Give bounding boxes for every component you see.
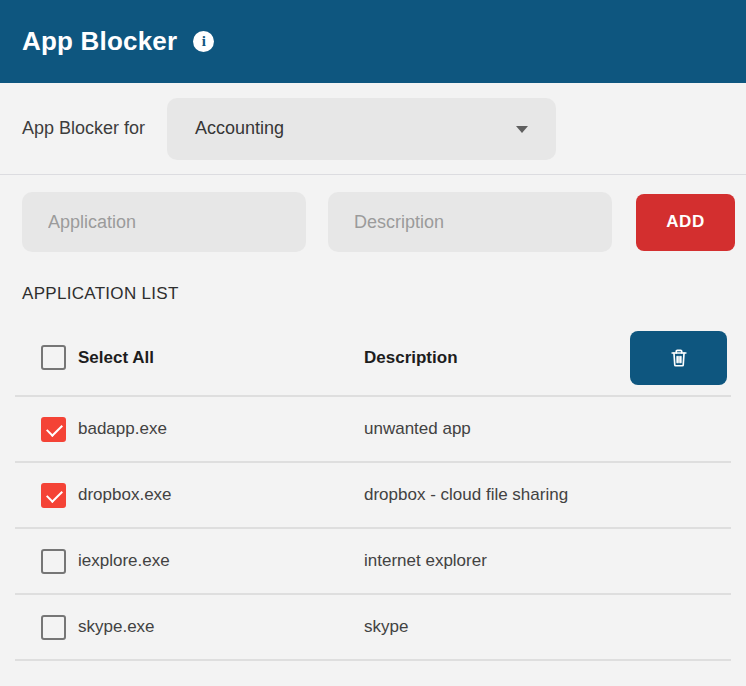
app-description: internet explorer [364, 551, 727, 571]
table-row: skype.exe skype [0, 595, 746, 659]
app-cell: iexplore.exe [41, 549, 364, 574]
group-select-value: Accounting [195, 118, 284, 139]
chevron-down-icon [516, 126, 528, 133]
table-header-row: Select All Description [0, 320, 746, 395]
select-all-checkbox[interactable] [41, 345, 66, 370]
application-list-heading: APPLICATION LIST [22, 284, 724, 320]
app-cell: badapp.exe [41, 417, 364, 442]
app-name: iexplore.exe [78, 551, 170, 571]
app-header: App Blocker i [0, 0, 746, 83]
row-checkbox[interactable] [41, 549, 66, 574]
app-description: unwanted app [364, 419, 727, 439]
row-divider [15, 659, 731, 661]
app-cell: skype.exe [41, 615, 364, 640]
trash-icon [668, 346, 690, 370]
app-cell: dropbox.exe [41, 483, 364, 508]
row-checkbox[interactable] [41, 417, 66, 442]
app-name: skype.exe [78, 617, 155, 637]
description-input[interactable] [328, 192, 612, 252]
table-row: badapp.exe unwanted app [0, 397, 746, 461]
select-all-cell: Select All [41, 345, 364, 370]
filter-label: App Blocker for [22, 118, 145, 139]
table-row: dropbox.exe dropbox - cloud file sharing [0, 463, 746, 527]
add-form-row: ADD [0, 175, 746, 270]
group-select-dropdown[interactable]: Accounting [167, 98, 556, 160]
description-column-header: Description [364, 348, 630, 368]
row-checkbox[interactable] [41, 615, 66, 640]
info-icon[interactable]: i [193, 31, 214, 52]
app-name: badapp.exe [78, 419, 167, 439]
select-all-label: Select All [78, 348, 154, 368]
table-row: iexplore.exe internet explorer [0, 529, 746, 593]
filter-row: App Blocker for Accounting [0, 83, 746, 175]
app-description: skype [364, 617, 727, 637]
row-checkbox[interactable] [41, 483, 66, 508]
app-name: dropbox.exe [78, 485, 172, 505]
app-description: dropbox - cloud file sharing [364, 485, 727, 505]
delete-selected-button[interactable] [630, 331, 727, 385]
application-input[interactable] [22, 192, 306, 252]
add-button[interactable]: ADD [636, 194, 735, 251]
page-title: App Blocker [22, 26, 177, 57]
